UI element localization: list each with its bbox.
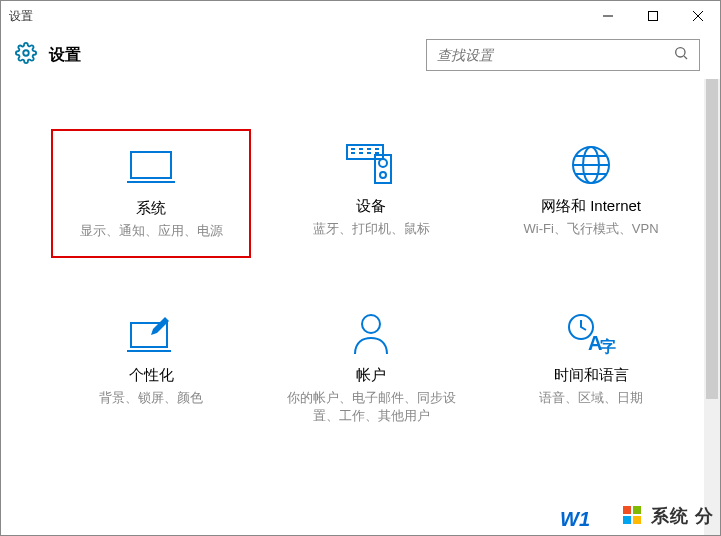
page-title: 设置 xyxy=(49,45,414,66)
maximize-button[interactable] xyxy=(630,1,675,31)
svg-rect-16 xyxy=(633,506,641,514)
tile-title: 个性化 xyxy=(55,366,247,385)
tile-desc: 背景、锁屏、颜色 xyxy=(55,389,247,407)
svg-rect-0 xyxy=(648,12,657,21)
header: 设置 xyxy=(1,31,720,79)
svg-point-1 xyxy=(23,50,29,56)
search-icon xyxy=(673,45,689,65)
display-icon xyxy=(57,141,245,193)
svg-text:字: 字 xyxy=(600,337,616,355)
person-icon xyxy=(275,308,467,360)
svg-rect-15 xyxy=(623,506,631,514)
tile-title: 网络和 Internet xyxy=(495,197,687,216)
svg-rect-18 xyxy=(633,516,641,524)
tile-title: 帐户 xyxy=(275,366,467,385)
settings-tiles: 系统 显示、通知、应用、电源 设备 蓝牙、打印机、鼠标 xyxy=(1,79,720,442)
tile-desc: 语音、区域、日期 xyxy=(495,389,687,407)
window-controls xyxy=(585,1,720,31)
svg-point-11 xyxy=(362,315,380,333)
minimize-button[interactable] xyxy=(585,1,630,31)
watermark-partial: W1 xyxy=(560,508,590,531)
time-language-icon: A 字 xyxy=(495,308,687,360)
content: 系统 显示、通知、应用、电源 设备 蓝牙、打印机、鼠标 xyxy=(1,79,720,535)
tile-desc: Wi-Fi、飞行模式、VPN xyxy=(495,220,687,238)
tile-devices[interactable]: 设备 蓝牙、打印机、鼠标 xyxy=(271,129,471,258)
tile-personalization[interactable]: 个性化 背景、锁屏、颜色 xyxy=(51,298,251,441)
svg-point-6 xyxy=(379,159,387,167)
watermark-text: 系统 分 xyxy=(651,506,714,526)
gear-icon xyxy=(15,42,37,68)
scrollbar[interactable] xyxy=(704,79,720,535)
close-button[interactable] xyxy=(675,1,720,31)
window-title: 设置 xyxy=(9,8,33,25)
tile-network[interactable]: 网络和 Internet Wi-Fi、飞行模式、VPN xyxy=(491,129,691,258)
svg-point-2 xyxy=(676,48,685,57)
svg-rect-17 xyxy=(623,516,631,524)
tile-title: 时间和语言 xyxy=(495,366,687,385)
watermark: 系统 分 xyxy=(623,504,714,529)
scrollbar-thumb[interactable] xyxy=(706,79,718,399)
tile-system[interactable]: 系统 显示、通知、应用、电源 xyxy=(51,129,251,258)
personalization-icon xyxy=(55,308,247,360)
tile-desc: 你的帐户、电子邮件、同步设置、工作、其他用户 xyxy=(275,389,467,425)
tile-desc: 显示、通知、应用、电源 xyxy=(57,222,245,240)
search-input[interactable] xyxy=(437,47,673,63)
tile-title: 设备 xyxy=(275,197,467,216)
globe-icon xyxy=(495,139,687,191)
svg-point-7 xyxy=(380,172,386,178)
svg-rect-3 xyxy=(131,152,171,178)
search-box[interactable] xyxy=(426,39,700,71)
devices-icon xyxy=(275,139,467,191)
tile-accounts[interactable]: 帐户 你的帐户、电子邮件、同步设置、工作、其他用户 xyxy=(271,298,471,441)
tile-title: 系统 xyxy=(57,199,245,218)
microsoft-logo-icon xyxy=(623,506,641,529)
window-title-bar: 设置 xyxy=(1,1,720,31)
tile-time-language[interactable]: A 字 时间和语言 语音、区域、日期 xyxy=(491,298,691,441)
tile-desc: 蓝牙、打印机、鼠标 xyxy=(275,220,467,238)
